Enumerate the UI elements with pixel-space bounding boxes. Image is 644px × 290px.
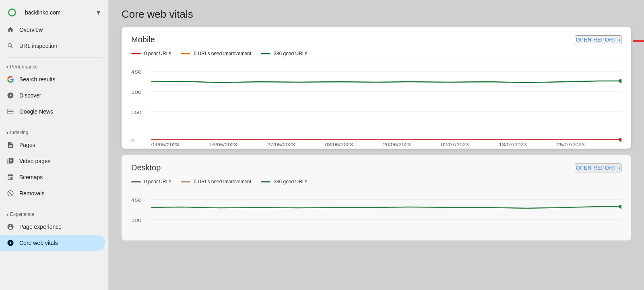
chevron-icon-2: ▾ xyxy=(6,130,8,135)
improvement-label: 0 URLs need improvement xyxy=(194,51,251,56)
svg-text:25/07/2023: 25/07/2023 xyxy=(557,143,585,147)
removals-icon xyxy=(6,189,14,197)
sidebar-label-overview: Overview xyxy=(19,27,43,33)
sidebar-item-search-results[interactable]: Search results xyxy=(0,71,105,87)
svg-text:450: 450 xyxy=(131,198,141,203)
red-arrow xyxy=(633,37,644,45)
sidebar-label-sitemaps: Sitemaps xyxy=(19,174,43,180)
arrow-line xyxy=(633,40,644,42)
mobile-card: Mobile OPEN REPORT › 0 poor URLs 0 URLs … xyxy=(122,27,631,149)
video-icon xyxy=(6,157,14,165)
svg-point-9 xyxy=(619,138,621,142)
vitals-icon xyxy=(6,239,14,247)
sitemaps-icon xyxy=(6,173,14,181)
sidebar-label-video-pages: Video pages xyxy=(19,158,51,164)
page-title: Core web vitals xyxy=(122,8,631,21)
good-line xyxy=(261,53,270,54)
poor-label-desktop: 0 poor URLs xyxy=(144,179,171,184)
section-label-performance: ▾ Performance xyxy=(0,61,108,71)
desktop-chart: 450 300 xyxy=(122,188,631,240)
desktop-card: Desktop OPEN REPORT › 0 poor URLs 0 URLs… xyxy=(122,155,631,240)
svg-text:08/06/2023: 08/06/2023 xyxy=(325,143,353,147)
desktop-title: Desktop xyxy=(131,163,161,172)
discover-icon xyxy=(6,91,14,99)
page-header: Core web vitals xyxy=(109,0,644,27)
mobile-open-report-button[interactable]: OPEN REPORT › xyxy=(575,35,621,44)
desktop-chart-svg: 450 300 xyxy=(131,195,621,240)
legend-improvement: 0 URLs need improvement xyxy=(181,51,251,56)
desktop-open-report-button[interactable]: OPEN REPORT › xyxy=(575,164,621,172)
domain-status-dot xyxy=(8,8,16,17)
legend-good-desktop: 386 good URLs xyxy=(261,179,307,184)
experience-icon xyxy=(6,223,14,231)
improvement-line xyxy=(181,53,190,54)
sidebar-label-core-web-vitals: Core web vitals xyxy=(19,240,58,246)
sidebar-item-core-web-vitals[interactable]: Core web vitals xyxy=(0,235,105,251)
svg-text:16/05/2023: 16/05/2023 xyxy=(209,143,237,147)
sidebar-label-pages: Pages xyxy=(19,142,35,148)
sidebar-item-page-experience[interactable]: Page experience xyxy=(0,219,105,235)
svg-text:0: 0 xyxy=(131,138,134,143)
mobile-card-wrapper: Mobile OPEN REPORT › 0 poor URLs 0 URLs … xyxy=(122,27,631,149)
sidebar-item-sitemaps[interactable]: Sitemaps xyxy=(0,169,105,185)
sidebar-label-removals: Removals xyxy=(19,190,44,197)
chevron-right-icon-2: › xyxy=(618,164,621,172)
good-line-desktop xyxy=(261,181,270,182)
svg-text:300: 300 xyxy=(131,218,141,223)
divider-1 xyxy=(6,57,102,58)
desktop-legend: 0 poor URLs 0 URLs need improvement 386 … xyxy=(122,179,631,188)
desktop-card-header: Desktop OPEN REPORT › xyxy=(122,155,631,179)
chevron-icon-3: ▾ xyxy=(6,212,8,217)
sidebar-label-google-news: Google News xyxy=(19,108,53,115)
section-label-indexing: ▾ Indexing xyxy=(0,126,108,137)
domain-name: backlinko.com xyxy=(25,9,92,16)
pages-icon xyxy=(6,141,14,149)
chevron-right-icon: › xyxy=(618,36,621,44)
google-g-icon xyxy=(6,75,14,83)
sidebar-item-overview[interactable]: Overview xyxy=(0,22,105,38)
good-label-desktop: 386 good URLs xyxy=(274,179,307,184)
sidebar-item-url-inspection[interactable]: URL inspection xyxy=(0,38,105,54)
svg-text:300: 300 xyxy=(131,90,141,95)
news-icon xyxy=(6,108,14,116)
poor-line-desktop xyxy=(131,181,141,182)
svg-text:150: 150 xyxy=(131,110,141,115)
domain-selector[interactable]: backlinko.com ▾ xyxy=(3,5,105,20)
sidebar-item-pages[interactable]: Pages xyxy=(0,137,105,153)
svg-text:450: 450 xyxy=(131,70,141,75)
poor-label: 0 poor URLs xyxy=(144,51,171,56)
improvement-line-desktop xyxy=(181,181,190,182)
mobile-title: Mobile xyxy=(131,35,155,44)
sidebar-item-video-pages[interactable]: Video pages xyxy=(0,153,105,169)
divider-2 xyxy=(6,123,102,123)
home-icon xyxy=(6,26,14,34)
sidebar-label-search-results: Search results xyxy=(19,76,55,83)
legend-poor-desktop: 0 poor URLs xyxy=(131,179,171,184)
legend-good: 386 good URLs xyxy=(261,51,307,56)
sidebar-item-google-news[interactable]: Google News xyxy=(0,104,105,120)
sidebar-label-url-inspection: URL inspection xyxy=(19,43,57,49)
svg-text:27/05/2023: 27/05/2023 xyxy=(267,143,295,147)
sidebar: backlinko.com ▾ Overview URL inspection … xyxy=(0,0,109,290)
sidebar-label-page-experience: Page experience xyxy=(19,224,62,230)
sidebar-item-removals[interactable]: Removals xyxy=(0,185,105,201)
legend-poor: 0 poor URLs xyxy=(131,51,171,56)
svg-text:20/06/2023: 20/06/2023 xyxy=(383,143,411,147)
svg-text:13/07/2023: 13/07/2023 xyxy=(499,143,527,147)
mobile-chart-svg: 450 300 150 0 xyxy=(131,66,621,147)
chevron-down-icon: ▾ xyxy=(97,8,100,17)
mobile-chart: 450 300 150 0 xyxy=(122,60,631,149)
search-icon xyxy=(6,42,14,50)
poor-line xyxy=(131,53,141,54)
good-label: 386 good URLs xyxy=(274,51,307,56)
svg-point-8 xyxy=(619,79,621,83)
content-area: Mobile OPEN REPORT › 0 poor URLs 0 URLs … xyxy=(109,27,644,290)
improvement-label-desktop: 0 URLs need improvement xyxy=(194,179,251,184)
section-label-experience: ▾ Experience xyxy=(0,208,108,219)
mobile-legend: 0 poor URLs 0 URLs need improvement 386 … xyxy=(122,51,631,60)
mobile-card-header: Mobile OPEN REPORT › xyxy=(122,27,631,51)
divider-3 xyxy=(6,205,102,205)
sidebar-item-discover[interactable]: Discover xyxy=(0,87,105,104)
main-content: Core web vitals Mobile OPEN REPORT › 0 p… xyxy=(109,0,644,290)
svg-point-22 xyxy=(619,205,621,209)
